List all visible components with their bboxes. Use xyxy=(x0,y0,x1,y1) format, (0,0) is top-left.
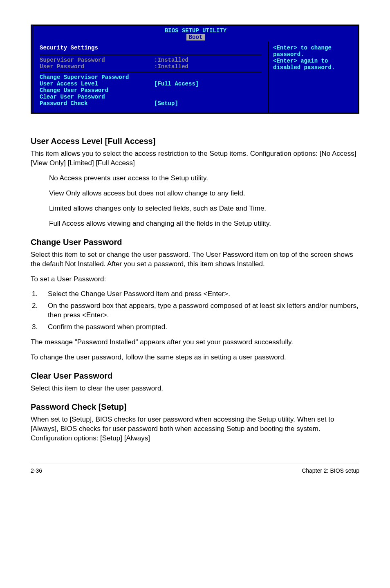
section-change-user-password: Change User Password Select this item to… xyxy=(31,238,359,362)
user-password-label: User Password xyxy=(40,63,154,70)
bios-tab-boot: Boot xyxy=(186,34,205,40)
text-password-check: When set to [Setup], BIOS checks for use… xyxy=(31,415,359,443)
text-clear-user: Select this item to clear the user passw… xyxy=(31,384,359,393)
heading-password-check: Password Check [Setup] xyxy=(31,402,359,412)
section-clear-user-password: Clear User Password Select this item to … xyxy=(31,371,359,393)
chapter-label: Chapter 2: BIOS setup xyxy=(302,467,359,474)
bios-screenshot: BIOS SETUP UTILITY Boot Security Setting… xyxy=(31,25,359,137)
text-full-access: Full Access allows viewing and changing … xyxy=(49,219,359,229)
bios-tab-row: Boot xyxy=(33,34,358,41)
bios-divider xyxy=(40,72,262,72)
supervisor-password-value: :Installed xyxy=(154,57,262,63)
bios-title: BIOS SETUP UTILITY xyxy=(33,26,358,34)
bios-fade-curve xyxy=(31,129,359,137)
change-supervisor-label: Change Supervisor Password xyxy=(40,74,154,81)
password-check-value: [Setup] xyxy=(154,100,262,107)
bios-row-user: User Password :Installed xyxy=(40,63,262,70)
heading-user-access: User Access Level [Full Access] xyxy=(31,137,359,146)
user-access-label: User Access Level xyxy=(40,81,154,87)
step-2: On the password box that appears, type a… xyxy=(40,301,359,320)
page-footer: 2-36 Chapter 2: BIOS setup xyxy=(31,464,359,474)
heading-clear-user: Clear User Password xyxy=(31,371,359,381)
change-user-label: Change User Password xyxy=(40,87,154,94)
user-access-value: [Full Access] xyxy=(154,81,262,87)
heading-change-user: Change User Password xyxy=(31,238,359,247)
bios-window: BIOS SETUP UTILITY Boot Security Setting… xyxy=(31,25,359,114)
text-change-password-note: To change the user password, follow the … xyxy=(31,353,359,362)
step-3: Confirm the password when prompted. xyxy=(40,323,359,332)
bios-help-text-2: <Enter> again to disabled password. xyxy=(273,58,354,71)
section-password-check: Password Check [Setup] When set to [Setu… xyxy=(31,402,359,443)
page-number: 2-36 xyxy=(31,467,42,474)
step-1: Select the Change User Password item and… xyxy=(40,290,359,299)
bios-row-change-user: Change User Password xyxy=(40,87,262,94)
bios-left-panel: Security Settings Supervisor Password :I… xyxy=(33,41,268,112)
text-change-user-intro: Select this item to set or change the us… xyxy=(31,250,359,269)
bios-section-title: Security Settings xyxy=(40,45,262,53)
text-user-access-intro: This item allows you to select the acces… xyxy=(31,149,359,168)
bios-row-supervisor: Supervisor Password :Installed xyxy=(40,57,262,63)
section-user-access-level: User Access Level [Full Access] This ite… xyxy=(31,137,359,229)
text-no-access: No Access prevents user access to the Se… xyxy=(49,174,359,183)
clear-user-label: Clear User Password xyxy=(40,94,154,100)
text-set-user-password: To set a User Password: xyxy=(31,275,359,284)
user-password-value: :Installed xyxy=(154,63,262,70)
set-password-steps: Select the Change User Password item and… xyxy=(31,290,359,332)
bios-row-clear-user: Clear User Password xyxy=(40,94,262,100)
text-password-installed: The message "Password Installed" appears… xyxy=(31,338,359,347)
bios-help-panel: <Enter> to change password. <Enter> agai… xyxy=(268,41,358,112)
bios-help-text-1: <Enter> to change password. xyxy=(273,45,354,58)
bios-divider xyxy=(40,54,262,55)
bios-body: Security Settings Supervisor Password :I… xyxy=(33,41,358,112)
bios-row-password-check: Password Check [Setup] xyxy=(40,100,262,107)
password-check-label: Password Check xyxy=(40,100,154,107)
user-access-options: No Access prevents user access to the Se… xyxy=(31,174,359,229)
supervisor-password-label: Supervisor Password xyxy=(40,57,154,63)
bios-row-user-access: User Access Level [Full Access] xyxy=(40,81,262,87)
text-limited: Limited allows changes only to selected … xyxy=(49,204,359,213)
bios-row-change-supervisor: Change Supervisor Password xyxy=(40,74,262,81)
text-view-only: View Only allows access but does not all… xyxy=(49,189,359,198)
